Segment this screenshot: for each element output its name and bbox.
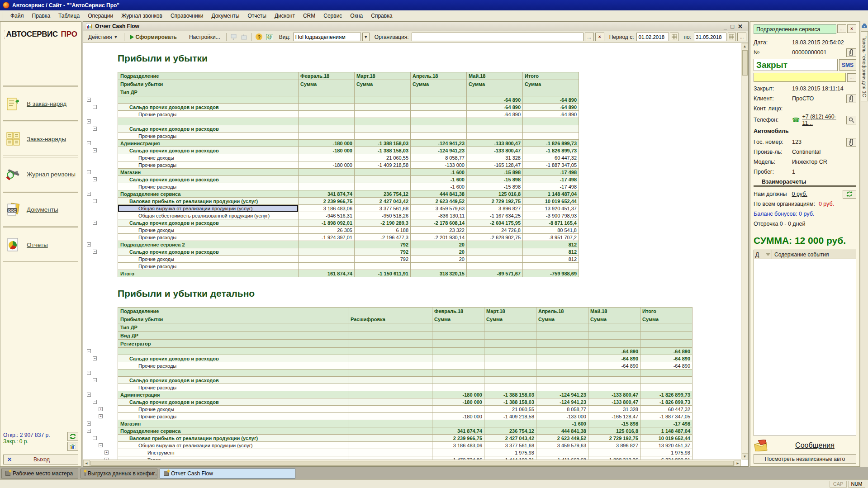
- taskbar-tab[interactable]: Выгрузка данных в конфиг...: [81, 469, 157, 479]
- events-col-date[interactable]: Д: [755, 251, 759, 258]
- cell-value[interactable]: -1 826 899,73: [640, 391, 693, 398]
- refresh-button[interactable]: [67, 432, 78, 441]
- scroll-up-icon[interactable]: ▲: [742, 43, 748, 49]
- cell-value[interactable]: 24 726,8: [467, 227, 523, 234]
- collapse-icon[interactable]: −: [87, 242, 91, 246]
- cell-value[interactable]: 318 320,15: [411, 270, 467, 277]
- cell-value[interactable]: -2 196 477,3: [355, 234, 411, 241]
- messages-link[interactable]: Сообщения: [773, 441, 856, 450]
- note-field[interactable]: [754, 73, 846, 82]
- cell-value[interactable]: -15 898: [467, 169, 523, 176]
- cell-value[interactable]: [299, 169, 355, 176]
- cell-value[interactable]: [411, 118, 467, 125]
- cell-value[interactable]: [467, 125, 523, 133]
- cell-value[interactable]: [355, 96, 411, 104]
- cell-value[interactable]: 236 754,12: [355, 190, 411, 198]
- panel-close-button[interactable]: ×: [847, 24, 856, 33]
- sidebar-item-remzone[interactable]: Журнал ремзоны: [3, 160, 78, 188]
- menu-item[interactable]: Отчеты: [244, 11, 270, 20]
- cell-value[interactable]: 2 623 449,52: [411, 198, 467, 205]
- cell-value[interactable]: 3 459 579,63: [536, 442, 588, 449]
- cell-value[interactable]: 23 322: [411, 227, 467, 234]
- cell-value[interactable]: 80 541,8: [523, 227, 579, 234]
- menu-item[interactable]: Документы: [208, 11, 243, 20]
- cell-value[interactable]: [467, 133, 523, 140]
- cell-value[interactable]: 2 239 966,75: [299, 198, 355, 205]
- scrollbar-thumb[interactable]: [742, 50, 748, 76]
- cell-value[interactable]: 3 459 579,63: [411, 205, 467, 212]
- cell-value[interactable]: -165 128,47: [467, 161, 523, 169]
- cell-value[interactable]: -133 800,47: [467, 147, 523, 154]
- collapse-icon[interactable]: −: [87, 141, 91, 145]
- cell-value[interactable]: [299, 256, 355, 263]
- maximize-icon[interactable]: □: [730, 24, 734, 29]
- load-settings-icon[interactable]: [240, 33, 249, 41]
- department-more-button[interactable]: ...: [837, 24, 846, 33]
- period-to-input[interactable]: 31.05.2018: [694, 33, 726, 41]
- refresh-icon[interactable]: [843, 190, 856, 199]
- cell-value[interactable]: [411, 133, 467, 140]
- row-label[interactable]: Сальдо прочих доходов и расходов: [118, 176, 299, 183]
- cell-value[interactable]: 20: [411, 241, 467, 248]
- cell-value[interactable]: [299, 118, 355, 125]
- row-label[interactable]: Прочие доходы: [118, 154, 299, 161]
- cell-value[interactable]: -2 201 930,14: [411, 234, 467, 241]
- cell-value[interactable]: -1 826 899,73: [523, 147, 579, 154]
- cell-value[interactable]: -64 890: [467, 104, 523, 111]
- cell-value[interactable]: -64 890: [588, 355, 640, 362]
- cell-value[interactable]: [588, 384, 640, 391]
- cell-value[interactable]: -17 498: [523, 183, 579, 190]
- cell-value[interactable]: 2 427 043,42: [484, 435, 536, 442]
- view-unrecorded-button[interactable]: Посмотреть незаписанные авто: [754, 454, 856, 464]
- cell-value[interactable]: 2 239 966,75: [432, 435, 484, 442]
- cell-value[interactable]: -133 000: [536, 413, 588, 420]
- email-icon[interactable]: @: [265, 33, 274, 41]
- cell-value[interactable]: 20: [411, 248, 467, 256]
- cell-value[interactable]: 792: [355, 256, 411, 263]
- cell-value[interactable]: 20: [411, 256, 467, 263]
- cell-value[interactable]: 812: [523, 241, 579, 248]
- cell-value[interactable]: [411, 96, 467, 104]
- paperclip-icon[interactable]: [846, 48, 856, 57]
- cell-value[interactable]: 13 920 451,37: [640, 442, 693, 449]
- cell-value[interactable]: -15 898: [588, 420, 640, 427]
- organization-input[interactable]: [412, 33, 583, 41]
- status-field[interactable]: Закрыт: [754, 59, 838, 71]
- sidebar-item-reports[interactable]: Отчеты: [3, 231, 78, 259]
- cell-value[interactable]: 444 841,38: [536, 427, 588, 435]
- row-label[interactable]: Валовая прибыль от реализации продукции …: [118, 198, 299, 205]
- cell-value[interactable]: [355, 183, 411, 190]
- cell-value[interactable]: [299, 133, 355, 140]
- cell-value[interactable]: [299, 125, 355, 133]
- cell-value[interactable]: [411, 263, 467, 270]
- cell-value[interactable]: [432, 348, 484, 355]
- cell-value[interactable]: 8 058,77: [411, 154, 467, 161]
- cell-value[interactable]: -64 890: [523, 96, 579, 104]
- collapse-icon[interactable]: −: [87, 98, 91, 102]
- row-label[interactable]: Сальдо прочих доходов и расходов: [118, 125, 299, 133]
- cell-value[interactable]: -2 190 289,3: [355, 219, 411, 227]
- cell-value[interactable]: [432, 420, 484, 427]
- row-label[interactable]: Прочие расходы: [118, 161, 299, 169]
- row-label[interactable]: [118, 348, 348, 355]
- collapse-icon[interactable]: −: [93, 436, 97, 440]
- row-label[interactable]: Итого: [118, 270, 299, 277]
- cell-value[interactable]: -1 150 611,91: [355, 270, 411, 277]
- search-icon[interactable]: [846, 116, 856, 124]
- cell-value[interactable]: 792: [355, 241, 411, 248]
- row-label[interactable]: Сальдо прочих доходов и расходов: [118, 398, 348, 406]
- menu-item[interactable]: Справка: [367, 11, 396, 20]
- collapse-icon[interactable]: −: [93, 356, 97, 360]
- cell-value[interactable]: -64 890: [523, 104, 579, 111]
- cell-value[interactable]: 1 148 487,04: [640, 427, 693, 435]
- cell-value[interactable]: 3 186 483,06: [299, 205, 355, 212]
- expand-icon[interactable]: +: [99, 407, 103, 411]
- cell-value[interactable]: -8 871 165,4: [523, 219, 579, 227]
- cell-value[interactable]: -17 498: [523, 169, 579, 176]
- collapse-icon[interactable]: −: [93, 127, 97, 131]
- row-label[interactable]: Общая себестоимость реализованной продук…: [118, 212, 299, 219]
- cell-value[interactable]: 6 224 800,01: [640, 456, 693, 460]
- cell-value[interactable]: 1 975,93: [484, 449, 536, 456]
- collapse-icon[interactable]: −: [87, 119, 91, 123]
- cell-value[interactable]: -1 388 158,03: [484, 398, 536, 406]
